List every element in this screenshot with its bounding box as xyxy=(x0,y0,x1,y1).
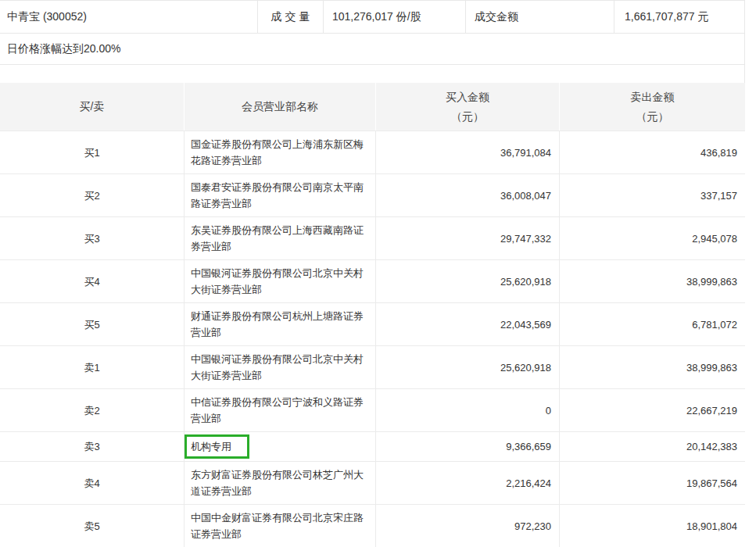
header-sell-amount: 卖出金额 （元） xyxy=(559,83,745,130)
broker-name: 中国银河证券股份有限公司北京中关村大街证券营业部 xyxy=(191,265,369,298)
price-limit-notice: 日价格涨幅达到20.00% xyxy=(0,34,744,65)
broker-cell: 国泰君安证券股份有限公司南京太平南路证券营业部 xyxy=(184,174,375,216)
buy-amount-cell: 29,747,332 xyxy=(375,217,559,259)
buy-amount-cell: 972,230 xyxy=(375,505,559,547)
buy-amount-cell: 0 xyxy=(375,389,559,431)
buy-amount-cell: 25,620,918 xyxy=(375,260,559,302)
side-cell: 买3 xyxy=(0,217,184,259)
sell-amount-cell: 6,781,072 xyxy=(559,303,745,345)
broker-cell: 中国银河证券股份有限公司北京中关村大街证券营业部 xyxy=(184,346,375,388)
volume-value: 101,276,017 份/股 xyxy=(324,1,466,33)
broker-name: 国泰君安证券股份有限公司南京太平南路证券营业部 xyxy=(191,179,369,212)
header-broker-label: 会员营业部名称 xyxy=(242,97,318,116)
side-cell: 买4 xyxy=(0,260,184,302)
table-row: 买4 中国银河证券股份有限公司北京中关村大街证券营业部 25,620,918 3… xyxy=(0,260,745,303)
sell-amount-cell: 18,901,804 xyxy=(559,505,745,547)
table-row: 买3 东吴证券股份有限公司上海西藏南路证券营业部 29,747,332 2,94… xyxy=(0,217,745,260)
table-header-row: 买/卖 会员营业部名称 买入金额 （元） 卖出金额 （元） xyxy=(0,83,745,131)
side-cell: 卖5 xyxy=(0,505,184,547)
broker-cell: 国金证券股份有限公司上海浦东新区梅花路证券营业部 xyxy=(184,131,375,173)
broker-cell: 东吴证券股份有限公司上海西藏南路证券营业部 xyxy=(184,217,375,259)
broker-cell: 中信证券股份有限公司宁波和义路证券营业部 xyxy=(184,389,375,431)
sell-amount-cell: 436,819 xyxy=(559,131,745,173)
page: 中青宝 (300052) 成 交 量 101,276,017 份/股 成交金额 … xyxy=(0,0,745,547)
side-cell: 卖4 xyxy=(0,462,184,504)
broker-name: 中国中金财富证券有限公司北京宋庄路证券营业部 xyxy=(191,509,369,542)
side-cell: 买1 xyxy=(0,131,184,173)
header-buy-line2: （元） xyxy=(451,107,484,127)
table-row: 卖1 中国银河证券股份有限公司北京中关村大街证券营业部 25,620,918 3… xyxy=(0,346,745,389)
buy-amount-cell: 25,620,918 xyxy=(375,346,559,388)
broker-name: 机构专用 xyxy=(185,434,249,459)
broker-name: 财通证券股份有限公司杭州上塘路证券营业部 xyxy=(191,308,369,341)
broker-name: 中国银河证券股份有限公司北京中关村大街证券营业部 xyxy=(191,351,369,384)
table-row: 买5 财通证券股份有限公司杭州上塘路证券营业部 22,043,569 6,781… xyxy=(0,303,745,346)
sell-amount-cell: 19,867,564 xyxy=(559,462,745,504)
buy-amount-cell: 36,008,047 xyxy=(375,174,559,216)
broker-table: 买/卖 会员营业部名称 买入金额 （元） 卖出金额 （元） 买1 国金证券股份有… xyxy=(0,83,745,547)
header-sell-line1: 卖出金额 xyxy=(631,88,675,107)
broker-cell: 中国银河证券股份有限公司北京中关村大街证券营业部 xyxy=(184,260,375,302)
side-cell: 卖3 xyxy=(0,432,184,461)
broker-cell: 东方财富证券股份有限公司林芝广州大道证券营业部 xyxy=(184,462,375,504)
side-cell: 买2 xyxy=(0,174,184,216)
broker-cell: 机构专用 xyxy=(184,432,375,461)
sell-amount-cell: 38,999,863 xyxy=(559,260,745,302)
sell-amount-cell: 38,999,863 xyxy=(559,346,745,388)
buy-amount-cell: 36,791,084 xyxy=(375,131,559,173)
buy-amount-cell: 9,366,659 xyxy=(375,432,559,461)
turnover-label: 成交金额 xyxy=(466,1,614,33)
broker-name: 中信证券股份有限公司宁波和义路证券营业部 xyxy=(191,394,369,427)
header-sell-line2: （元） xyxy=(636,107,669,127)
broker-name: 东方财富证券股份有限公司林芝广州大道证券营业部 xyxy=(191,467,369,499)
table-row: 卖5 中国中金财富证券有限公司北京宋庄路证券营业部 972,230 18,901… xyxy=(0,505,745,547)
buy-amount-cell: 22,043,569 xyxy=(375,303,559,345)
side-cell: 卖2 xyxy=(0,389,184,431)
side-cell: 买5 xyxy=(0,303,184,345)
spacer xyxy=(0,65,744,83)
volume-label: 成 交 量 xyxy=(258,1,324,33)
turnover-value: 1,661,707,877 元 xyxy=(614,1,744,33)
broker-name: 国金证券股份有限公司上海浦东新区梅花路证券营业部 xyxy=(191,136,369,169)
table-row: 买2 国泰君安证券股份有限公司南京太平南路证券营业部 36,008,047 33… xyxy=(0,174,745,217)
table-row: 卖4 东方财富证券股份有限公司林芝广州大道证券营业部 2,216,424 19,… xyxy=(0,462,745,505)
sell-amount-cell: 337,157 xyxy=(559,174,745,216)
side-cell: 卖1 xyxy=(0,346,184,388)
sell-amount-cell: 22,667,219 xyxy=(559,389,745,431)
broker-cell: 财通证券股份有限公司杭州上塘路证券营业部 xyxy=(184,303,375,345)
summary-bar: 中青宝 (300052) 成 交 量 101,276,017 份/股 成交金额 … xyxy=(0,0,744,34)
header-broker: 会员营业部名称 xyxy=(184,83,375,130)
stock-title: 中青宝 (300052) xyxy=(0,1,258,33)
table-row: 卖2 中信证券股份有限公司宁波和义路证券营业部 0 22,667,219 xyxy=(0,389,745,432)
header-side-label: 买/卖 xyxy=(80,97,105,116)
header-side: 买/卖 xyxy=(0,83,184,130)
buy-amount-cell: 2,216,424 xyxy=(375,462,559,504)
table-body: 买1 国金证券股份有限公司上海浦东新区梅花路证券营业部 36,791,084 4… xyxy=(0,131,745,547)
sell-amount-cell: 20,142,383 xyxy=(559,432,745,461)
table-row: 卖3 机构专用 9,366,659 20,142,383 xyxy=(0,432,745,462)
sell-amount-cell: 2,945,078 xyxy=(559,217,745,259)
broker-name: 东吴证券股份有限公司上海西藏南路证券营业部 xyxy=(191,222,369,255)
table-row: 买1 国金证券股份有限公司上海浦东新区梅花路证券营业部 36,791,084 4… xyxy=(0,131,745,174)
header-buy-amount: 买入金额 （元） xyxy=(375,83,559,130)
header-buy-line1: 买入金额 xyxy=(446,88,489,107)
broker-cell: 中国中金财富证券有限公司北京宋庄路证券营业部 xyxy=(184,505,375,547)
